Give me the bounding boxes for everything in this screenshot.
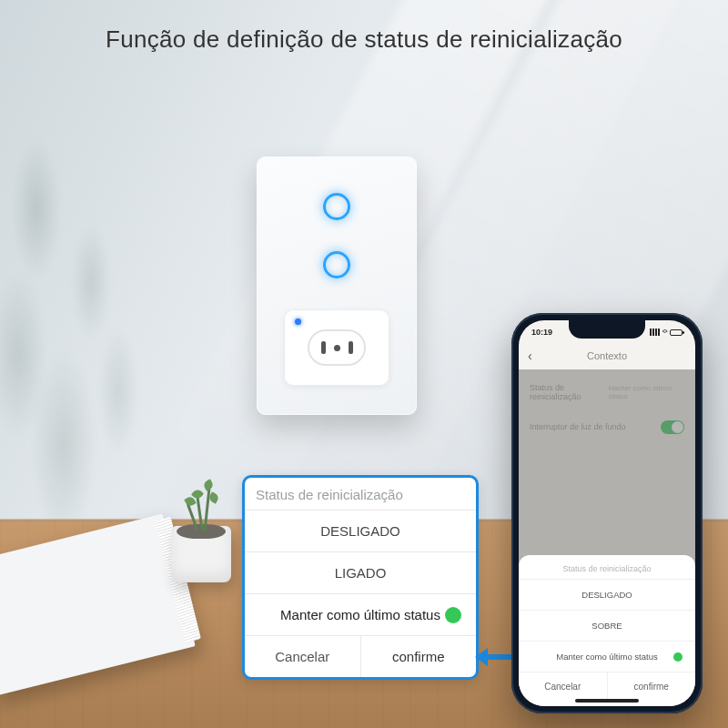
potted-plant <box>162 497 240 582</box>
selected-check-icon <box>445 607 461 623</box>
callout-option-off[interactable]: DESLIGADO <box>245 510 476 551</box>
sheet-confirm-button[interactable]: confirme <box>608 672 696 701</box>
sheet-option-label: Manter como último status <box>556 652 657 662</box>
restart-status-sheet: Status de reinicialização DESLIGADO SOBR… <box>519 555 695 706</box>
signal-icon <box>650 329 660 336</box>
callout-header: Status de reinicialização <box>245 478 476 510</box>
home-indicator[interactable] <box>575 699 639 703</box>
callout-confirm-button[interactable]: confirme <box>361 636 477 677</box>
phone-mockup: 10:19 ⌔ ‹ Contexto Status de reinicializ… <box>511 313 703 713</box>
back-chevron-icon[interactable]: ‹ <box>528 349 532 363</box>
phone-notch <box>569 320 645 339</box>
callout-option-label: Manter como último status <box>280 607 440 622</box>
outlet-pin <box>321 341 326 354</box>
outlet-pin <box>349 341 353 354</box>
sheet-option-on[interactable]: SOBRE <box>519 610 695 641</box>
wifi-icon: ⌔ <box>662 328 667 337</box>
app-navbar: ‹ Contexto <box>519 342 695 369</box>
sheet-cancel-button[interactable]: Cancelar <box>519 672 608 701</box>
page-title: Função de definição de status de reinici… <box>0 25 728 54</box>
callout-cancel-button[interactable]: Cancelar <box>245 636 361 677</box>
plant-shadow <box>0 82 237 537</box>
battery-icon <box>670 329 682 336</box>
phone-screen: 10:19 ⌔ ‹ Contexto Status de reinicializ… <box>519 320 695 706</box>
settings-page: Status de reinicialização Manter como úl… <box>519 369 695 706</box>
sheet-option-off[interactable]: DESLIGADO <box>519 579 695 610</box>
smart-socket-module <box>284 309 389 386</box>
status-time: 10:19 <box>531 328 552 337</box>
restart-status-callout: Status de reinicialização DESLIGADO LIGA… <box>242 475 479 680</box>
callout-option-on[interactable]: LIGADO <box>245 551 476 593</box>
touch-switch-2[interactable] <box>323 251 350 278</box>
sheet-option-keep-last[interactable]: Manter como último status <box>519 641 695 672</box>
power-outlet[interactable] <box>308 329 366 366</box>
callout-option-keep-last[interactable]: Manter como último status <box>245 593 476 635</box>
socket-status-led <box>295 318 301 325</box>
outlet-pin-ground <box>334 345 340 351</box>
smart-switch-plate <box>257 157 417 415</box>
navbar-title: Contexto <box>587 350 627 361</box>
touch-switch-1[interactable] <box>323 193 350 220</box>
sheet-header: Status de reinicialização <box>519 555 695 579</box>
selected-check-icon <box>673 652 682 662</box>
